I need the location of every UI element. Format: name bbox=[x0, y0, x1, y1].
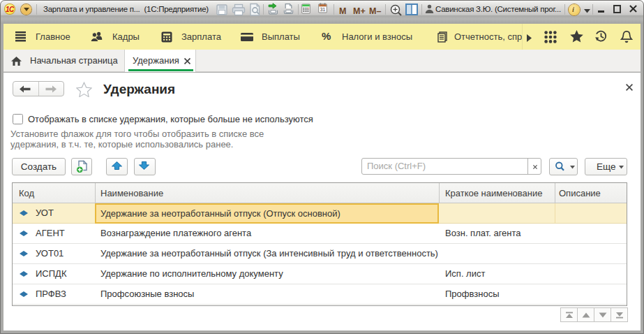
svg-text:31: 31 bbox=[320, 7, 326, 12]
